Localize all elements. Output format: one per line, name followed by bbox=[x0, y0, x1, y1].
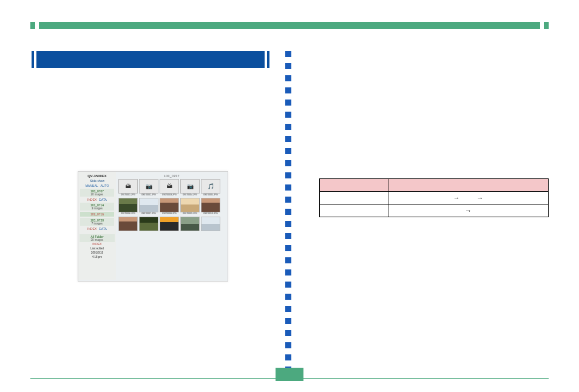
embedded-ui-screenshot: QV-3500EX Slide show MANUAL AUTO 100_070… bbox=[78, 171, 228, 282]
thumbnail-icon[interactable]: 📷 bbox=[139, 179, 158, 194]
auto-link[interactable]: AUTO bbox=[101, 184, 109, 188]
table-header-cell bbox=[388, 179, 549, 192]
folder-item: 102_0716 bbox=[80, 212, 114, 217]
content-table: → → → bbox=[319, 178, 549, 217]
thumbnail-image[interactable] bbox=[118, 198, 138, 212]
thumbnail-icon[interactable]: 🏔 bbox=[160, 179, 179, 194]
data-link[interactable]: DATA bbox=[99, 198, 107, 201]
index-link[interactable]: INDEX bbox=[87, 198, 96, 201]
table-cell: → bbox=[388, 204, 549, 217]
arrow-icon: → bbox=[476, 194, 483, 201]
page-number-badge bbox=[276, 368, 303, 381]
last-edited-time: 4:18 pm bbox=[80, 255, 115, 259]
table-cell bbox=[320, 204, 388, 217]
thumbnail-image[interactable] bbox=[139, 198, 158, 212]
thumbnail-icon[interactable]: 🏔 bbox=[118, 179, 138, 194]
table-row: → bbox=[320, 204, 549, 217]
screenshot-sidebar: QV-3500EX Slide show MANUAL AUTO 100_070… bbox=[78, 172, 116, 280]
camera-model-title: QV-3500EX bbox=[80, 174, 115, 178]
thumbnail-icon[interactable]: 📷 bbox=[180, 179, 200, 194]
thumbnail-image[interactable] bbox=[118, 217, 138, 231]
thumbnail-image[interactable] bbox=[160, 198, 179, 212]
thumbnail-image[interactable] bbox=[201, 198, 220, 212]
last-edited-date: 2001/8/18 bbox=[80, 251, 115, 254]
folder-item: 101_07143 images bbox=[80, 203, 114, 211]
vertical-divider bbox=[285, 51, 291, 373]
table-header-row bbox=[320, 179, 549, 192]
thumbnail-image[interactable] bbox=[180, 217, 200, 231]
folder-item: 100_070720 images bbox=[80, 189, 114, 197]
index-link[interactable]: INDEX bbox=[87, 227, 96, 231]
thumbnail-image[interactable] bbox=[180, 198, 200, 212]
slideshow-label: Slide show bbox=[80, 179, 115, 183]
arrow-icon: → bbox=[465, 207, 472, 214]
table-header-cell bbox=[320, 179, 388, 192]
all-index-link[interactable]: INDEX bbox=[80, 242, 115, 246]
folder-item: 103_07207 images bbox=[80, 218, 114, 226]
top-accent-bar bbox=[30, 22, 549, 29]
last-edited-label: Last edited bbox=[80, 247, 115, 250]
main-folder-title: 100_0707 bbox=[118, 174, 225, 178]
manual-link[interactable]: MANUAL bbox=[86, 184, 98, 188]
thumbnail-image[interactable] bbox=[160, 217, 179, 231]
thumbnail-image[interactable] bbox=[139, 217, 158, 231]
all-folder-item: All Folder30 images bbox=[80, 234, 115, 242]
section-heading-bar bbox=[36, 51, 265, 68]
table-row: → → bbox=[320, 192, 549, 204]
table-cell bbox=[320, 192, 388, 204]
thumbnail-image[interactable] bbox=[201, 217, 220, 231]
screenshot-main: 100_0707 🏔09070001.JPG 📷09070002.JPG 🏔09… bbox=[116, 172, 228, 280]
data-link[interactable]: DATA bbox=[99, 227, 107, 231]
thumbnail-icon[interactable]: 🎵 bbox=[201, 179, 220, 194]
arrow-icon: → bbox=[453, 194, 460, 201]
table-cell: → → bbox=[388, 192, 549, 204]
